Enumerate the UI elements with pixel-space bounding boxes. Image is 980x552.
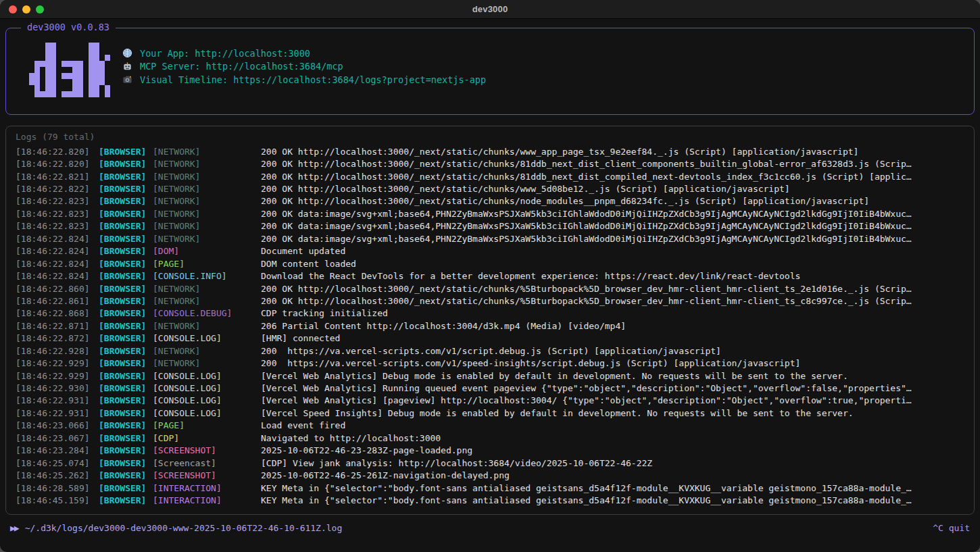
log-timestamp: [18:46:22.868] [16, 308, 99, 318]
app-version-label: dev3000 v0.0.83 [21, 22, 116, 32]
log-message: 200 OK http://localhost:3000/_next/stati… [261, 159, 967, 169]
minimize-button[interactable] [22, 5, 30, 14]
log-message: Document updated [261, 246, 967, 256]
play-icon: ▶▶ [10, 523, 18, 533]
log-source-tag: [BROWSER] [99, 408, 153, 418]
log-row: [18:46:22.928][BROWSER][NETWORK]200 http… [16, 345, 967, 357]
log-message: 200 OK http://localhost:3000/_next/stati… [261, 284, 967, 294]
log-category-tag: [NETWORK] [153, 159, 261, 169]
log-category-tag: [NETWORK] [153, 221, 261, 231]
log-timestamp: [18:46:22.824] [16, 259, 99, 269]
log-row: [18:46:22.931][BROWSER][CONSOLE.LOG][Ver… [16, 395, 967, 407]
header-box: dev3000 v0.0.83 Your App: http://localho… [5, 28, 975, 115]
log-source-tag: [BROWSER] [99, 483, 153, 493]
log-message: 200 https://va.vercel-scripts.com/v1/scr… [261, 346, 967, 356]
log-message: [Vercel Speed Insights] Debug mode is en… [261, 408, 967, 418]
log-timestamp: [18:46:23.066] [16, 420, 99, 430]
log-timestamp: [18:46:22.929] [16, 358, 99, 368]
log-source-tag: [BROWSER] [99, 383, 153, 393]
log-category-tag: [CONSOLE.DEBUG] [153, 308, 261, 318]
log-category-tag: [NETWORK] [153, 209, 261, 219]
log-source-tag: [BROWSER] [99, 172, 153, 182]
logs-count-header: Logs (79 total) [16, 132, 967, 145]
log-category-tag: [INTERACTION] [153, 483, 261, 493]
log-message: 200 OK data:image/svg+xml;base64,PHN2ZyB… [261, 209, 967, 219]
log-message: 200 OK http://localhost:3000/_next/stati… [261, 147, 967, 157]
log-timestamp: [18:46:23.067] [16, 433, 99, 443]
log-category-tag: [NETWORK] [153, 321, 261, 331]
terminal-window: dev3000 dev3000 v0.0.83 Your App: http:/… [0, 0, 980, 552]
log-message: 200 OK http://localhost:3000/_next/stati… [261, 172, 967, 182]
log-row: [18:46:25.074][BROWSER][Screencast][CDP]… [16, 457, 967, 469]
log-category-tag: [NETWORK] [153, 234, 261, 244]
log-source-tag: [BROWSER] [99, 271, 153, 281]
log-row: [18:46:22.823][BROWSER][NETWORK]200 OK d… [16, 220, 967, 232]
log-timestamp: [18:46:22.860] [16, 284, 99, 294]
window-title: dev3000 [472, 4, 508, 14]
log-timestamp: [18:46:22.929] [16, 371, 99, 381]
log-category-tag: [SCREENSHOT] [153, 445, 261, 455]
log-message: 200 OK http://localhost:3000/_next/stati… [261, 196, 967, 206]
log-row: [18:46:22.822][BROWSER][NETWORK]200 OK h… [16, 182, 967, 195]
log-timestamp: [18:46:22.824] [16, 246, 99, 256]
log-category-tag: [CONSOLE.LOG] [153, 333, 261, 343]
log-timestamp: [18:46:22.871] [16, 321, 99, 331]
log-row: [18:46:22.824][BROWSER][CONSOLE.INFO]Dow… [16, 270, 967, 282]
log-row: [18:46:22.930][BROWSER][CONSOLE.LOG][Ver… [16, 382, 967, 394]
log-message: 200 OK data:image/svg+xml;base64,PHN2ZyB… [261, 234, 967, 244]
log-row: [18:46:22.871][BROWSER][NETWORK]206 Part… [16, 320, 967, 332]
robot-icon [122, 61, 134, 72]
log-timestamp: [18:46:22.861] [16, 296, 99, 306]
log-source-tag: [BROWSER] [99, 209, 153, 219]
log-message: Load event fired [261, 420, 967, 430]
server-link[interactable]: Visual Timeline: https://localhost:3684/… [122, 73, 486, 86]
titlebar: dev3000 [0, 0, 980, 19]
log-source-tag: [BROWSER] [99, 321, 153, 331]
d3k-logo [29, 43, 110, 100]
zoom-button[interactable] [36, 5, 44, 14]
log-row: [18:46:22.824][BROWSER][PAGE]DOM content… [16, 257, 967, 270]
log-timestamp: [18:46:22.821] [16, 172, 99, 182]
log-message: DOM content loaded [261, 259, 967, 269]
log-timestamp: [18:46:22.928] [16, 346, 99, 356]
server-link-text: Visual Timeline: https://localhost:3684/… [140, 74, 486, 85]
log-timestamp: [18:46:22.931] [16, 395, 99, 405]
log-row: [18:46:22.823][BROWSER][NETWORK]200 OK d… [16, 207, 967, 220]
log-timestamp: [18:46:22.823] [16, 221, 99, 231]
log-category-tag: [CONSOLE.LOG] [153, 408, 261, 418]
log-source-tag: [BROWSER] [99, 246, 153, 256]
server-links: Your App: http://localhost:3000MCP Serve… [122, 47, 486, 86]
log-timestamp: [18:46:28.589] [16, 483, 99, 493]
log-source-tag: [BROWSER] [99, 358, 153, 368]
log-row: [18:46:22.931][BROWSER][CONSOLE.LOG][Ver… [16, 407, 967, 419]
log-row: [18:46:22.872][BROWSER][CONSOLE.LOG][HMR… [16, 332, 967, 345]
log-row: [18:46:22.821][BROWSER][NETWORK]200 OK h… [16, 170, 967, 182]
log-timestamp: [18:46:22.820] [16, 159, 99, 169]
log-row: [18:46:22.868][BROWSER][CONSOLE.DEBUG]CD… [16, 307, 967, 320]
server-link[interactable]: MCP Server: http://localhost:3684/mcp [122, 60, 486, 74]
globe-icon [122, 48, 134, 58]
log-category-tag: [CONSOLE.INFO] [153, 271, 261, 281]
server-link[interactable]: Your App: http://localhost:3000 [122, 47, 486, 60]
log-source-tag: [BROWSER] [99, 346, 153, 356]
log-file-path: ~/.d3k/logs/dev3000-dev3000-www-2025-10-… [25, 523, 343, 533]
log-timestamp: [18:46:23.284] [16, 445, 99, 455]
log-timestamp: [18:46:22.822] [16, 184, 99, 194]
log-category-tag: [INTERACTION] [153, 495, 261, 505]
log-message: KEY Meta in {"selector":"body.font-sans … [261, 483, 967, 493]
log-row: [18:46:45.159][BROWSER][INTERACTION]KEY … [16, 494, 967, 506]
log-timestamp: [18:46:22.820] [16, 147, 99, 157]
log-source-tag: [BROWSER] [99, 308, 153, 318]
log-source-tag: [BROWSER] [99, 458, 153, 468]
log-category-tag: [CONSOLE.LOG] [153, 395, 261, 405]
log-message: 200 OK http://localhost:3000/_next/stati… [261, 296, 967, 306]
close-button[interactable] [9, 5, 17, 14]
log-source-tag: [BROWSER] [99, 333, 153, 343]
log-message: [Vercel Web Analytics] [pageview] http:/… [261, 395, 967, 405]
log-row: [18:46:23.067][BROWSER][CDP]Navigated to… [16, 432, 967, 444]
log-source-tag: [BROWSER] [99, 259, 153, 269]
log-timestamp: [18:46:22.824] [16, 271, 99, 281]
logs-panel: Logs (79 total) [18:46:22.820][BROWSER][… [5, 126, 975, 515]
log-message: KEY Meta in {"selector":"body.font-sans … [261, 495, 967, 505]
log-timestamp: [18:46:22.823] [16, 209, 99, 219]
